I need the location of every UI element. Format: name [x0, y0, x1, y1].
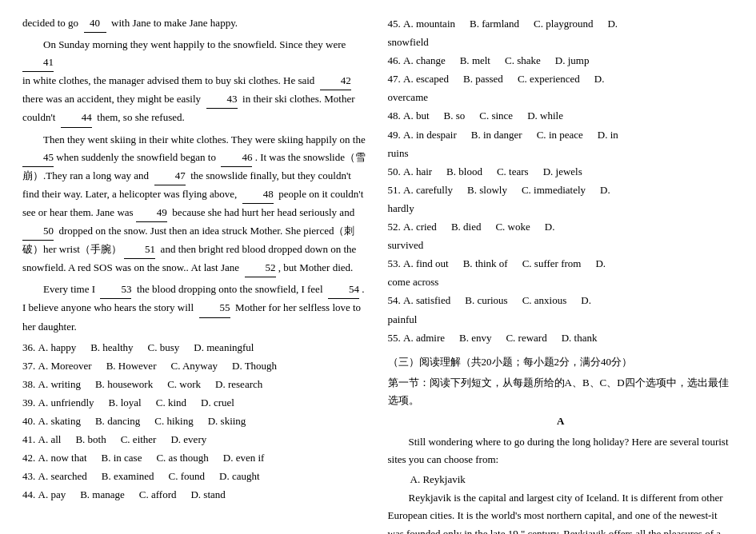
option-row-40: 40. A. skating B. dancing C. hiking D. s…	[22, 412, 369, 430]
opt-36c: C. busy	[148, 339, 180, 357]
option-row-38: 38. A. writing B. housework C. work D. r…	[22, 376, 369, 393]
option-row-39: 39. A. unfriendly B. loyal C. kind D. cr…	[22, 394, 369, 412]
opt-53-overflow: come across	[388, 273, 734, 291]
section-A-label: A	[388, 412, 734, 430]
blank-46: 46	[221, 149, 252, 167]
para1-text: On Sunday morning they went happily to t…	[22, 36, 369, 127]
option-row-52: 52. A. cried B. died C. woke D.	[388, 218, 734, 236]
blank-49: 49	[136, 204, 167, 222]
page-container: decided to go 40 with Jane to make Jane …	[22, 14, 734, 534]
left-options: 36. A. happy B. healthy C. busy D. meani…	[22, 339, 369, 504]
para3-text: Every time I 53 the blood dropping onto …	[22, 281, 369, 335]
section-direction: 第一节：阅读下列短文，从每题所给的A、B、C、D四个选项中，选出最佳选项。	[388, 374, 734, 409]
option-row-49: 49. A. in despair B. in danger C. in pea…	[388, 126, 734, 144]
option-row-54: 54. A. satisfied B. curious C. anxious D…	[388, 292, 734, 309]
blank-45: 45	[22, 149, 54, 167]
para2-text: Then they went skiing in their white clo…	[22, 131, 369, 278]
section-3-label: （三）阅读理解（共20小题；每小题2分，满分40分）	[388, 353, 734, 371]
option-row-37: 37. A. Moreover B. However C. Anyway D. …	[22, 357, 369, 375]
option-row-55: 55. A. admire B. envy C. reward D. thank	[388, 329, 734, 347]
city-intro: Reykjavik is the capital and largest cit…	[388, 489, 734, 534]
right-column: 45. A. mountain B. farmland C. playgroun…	[388, 14, 734, 534]
option-row-53: 53. A. find out B. think of C. suffer fr…	[388, 255, 734, 273]
option-row-45: 45. A. mountain B. farmland C. playgroun…	[388, 15, 734, 33]
option-row-43: 43. A. searched B. examined C. found D. …	[22, 468, 369, 485]
city-title: A. Reykjavik	[410, 471, 734, 488]
opt-51-overflow: hardly	[388, 200, 734, 217]
option-row-42: 42. A. now that B. in case C. as though …	[22, 449, 369, 467]
option-row-47: 47. A. escaped B. passed C. experienced …	[388, 70, 734, 88]
left-column: decided to go 40 with Jane to make Jane …	[22, 14, 369, 534]
option-row-41: 41. A. all B. both C. either D. every	[22, 431, 369, 448]
intro-text: decided to go 40 with Jane to make Jane …	[22, 14, 369, 33]
blank-52: 52	[245, 259, 276, 277]
opt-45-overflow: snowfield	[388, 34, 734, 51]
opt-36b: B. healthy	[90, 339, 133, 357]
blank-55: 55	[199, 299, 230, 317]
blank-54: 54	[328, 281, 359, 299]
blank-48: 48	[242, 185, 274, 204]
opt-54-overflow: painful	[388, 311, 734, 329]
option-row-48: 48. A. but B. so C. since D. while	[388, 107, 734, 125]
opt-36d: D. meaningful	[194, 339, 254, 357]
option-row-44: 44. A. pay B. manage C. afford D. stand	[22, 486, 369, 504]
opt-47-overflow: overcame	[388, 89, 734, 106]
opt-49-overflow: ruins	[388, 145, 734, 162]
blank-44: 44	[61, 109, 92, 127]
blank-47: 47	[154, 167, 186, 185]
option-row-36: 36. A. happy B. healthy C. busy D. meani…	[22, 339, 369, 357]
opt-52-overflow: survived	[388, 237, 734, 254]
option-row-51: 51. A. carefully B. slowly C. immediatel…	[388, 181, 734, 199]
blank-42: 42	[320, 72, 351, 90]
option-row-46: 46. A. change B. melt C. shake D. jump	[388, 52, 734, 70]
blank-53: 53	[100, 281, 131, 299]
blank-43: 43	[206, 90, 238, 109]
opt-36: 36. A. happy	[22, 339, 76, 357]
passage-intro: Still wondering where to go during the l…	[388, 433, 734, 468]
option-row-50: 50. A. hair B. blood C. tears D. jewels	[388, 163, 734, 181]
blank-51: 51	[124, 241, 155, 259]
blank-40: 40	[84, 14, 106, 33]
blank-50: 50	[22, 222, 54, 241]
blank-41: 41	[22, 54, 54, 72]
